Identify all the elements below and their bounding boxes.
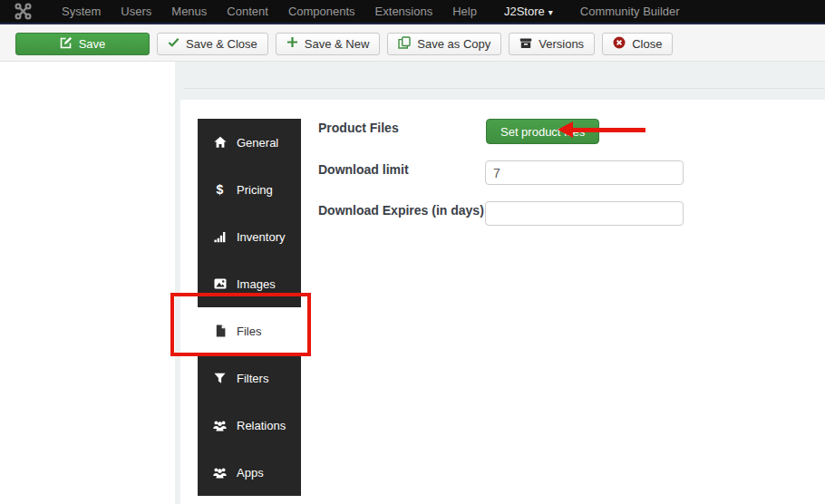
versions-icon <box>519 36 532 52</box>
joomla-logo-icon <box>15 3 32 20</box>
bar-chart-icon <box>213 230 227 243</box>
users-icon <box>213 419 227 431</box>
filter-icon <box>213 373 227 384</box>
download-limit-label: Download limit <box>318 162 409 177</box>
tab-general[interactable]: General <box>198 119 301 166</box>
menu-extensions[interactable]: Extensions <box>365 5 443 18</box>
menu-j2store[interactable]: J2Store▾ <box>494 5 563 18</box>
save-and-close-button[interactable]: Save & Close <box>157 33 268 55</box>
admin-menubar: System Users Menus Content Components Ex… <box>0 0 825 24</box>
close-button[interactable]: Close <box>602 33 673 55</box>
set-product-files-button[interactable]: Set product files <box>486 119 599 144</box>
versions-button[interactable]: Versions <box>509 33 595 55</box>
admin-page: System Users Menus Content Components Ex… <box>0 0 825 504</box>
menu-content[interactable]: Content <box>217 5 278 18</box>
dollar-icon: $ <box>213 182 227 197</box>
tab-relations[interactable]: Relations <box>198 402 301 449</box>
download-expires-label: Download Expires (in days) <box>318 203 484 218</box>
close-icon <box>613 36 626 52</box>
content-divider <box>184 88 825 89</box>
chevron-down-icon: ▾ <box>548 7 553 17</box>
plus-icon <box>286 36 298 51</box>
tab-inventory[interactable]: Inventory <box>198 213 301 260</box>
image-icon <box>213 277 227 290</box>
menu-menus[interactable]: Menus <box>161 5 217 18</box>
left-sidebar <box>0 62 175 504</box>
menu-components[interactable]: Components <box>278 5 365 18</box>
menu-community-builder[interactable]: Community Builder <box>570 5 690 18</box>
home-icon <box>213 136 227 149</box>
tab-files[interactable]: Files <box>198 307 301 354</box>
check-icon <box>168 36 180 51</box>
download-expires-input[interactable] <box>485 201 684 226</box>
tab-apps[interactable]: Apps <box>198 449 301 496</box>
tab-images[interactable]: Images <box>198 260 301 307</box>
download-limit-input[interactable] <box>485 160 684 185</box>
product-form-panel: General $ Pricing Inventory <box>180 100 825 504</box>
tab-pricing[interactable]: $ Pricing <box>198 166 301 213</box>
copy-icon <box>398 36 411 52</box>
users-icon <box>213 466 227 479</box>
toolbar: Save Save & Close Save & New <box>0 26 825 62</box>
menu-system[interactable]: System <box>52 5 111 18</box>
product-tabs: General $ Pricing Inventory <box>198 119 301 496</box>
product-files-label: Product Files <box>318 121 399 135</box>
menu-users[interactable]: Users <box>111 5 161 18</box>
tab-filters[interactable]: Filters <box>198 354 301 402</box>
save-as-copy-button[interactable]: Save as Copy <box>387 33 501 55</box>
save-button[interactable]: Save <box>15 33 150 55</box>
menu-help[interactable]: Help <box>442 5 487 18</box>
save-icon <box>60 36 73 52</box>
main-region: General $ Pricing Inventory <box>0 62 825 504</box>
file-icon <box>213 325 227 337</box>
save-and-new-button[interactable]: Save & New <box>276 33 381 55</box>
